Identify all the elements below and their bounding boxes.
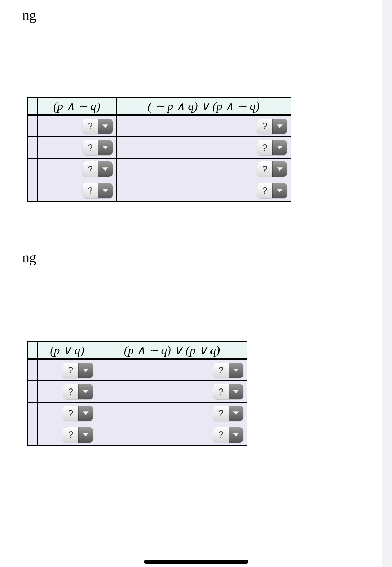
dropdown-value: ? bbox=[83, 140, 98, 155]
chevron-down-icon bbox=[272, 119, 287, 134]
table1-header-stub bbox=[28, 97, 37, 115]
cell: ? bbox=[116, 158, 291, 180]
table-row: ? ? bbox=[28, 115, 291, 137]
cell: ? bbox=[37, 402, 97, 424]
cell: ? bbox=[97, 381, 247, 402]
table2-header-col1: (p ∨ q) bbox=[37, 341, 97, 359]
dropdown-value: ? bbox=[257, 140, 272, 155]
chevron-down-icon bbox=[229, 427, 243, 443]
cell: ? bbox=[97, 402, 247, 424]
dropdown-value: ? bbox=[83, 161, 98, 177]
answer-dropdown[interactable]: ? bbox=[83, 161, 113, 177]
row-stub bbox=[28, 137, 37, 158]
row-stub bbox=[28, 402, 37, 424]
chevron-down-icon bbox=[272, 140, 287, 155]
cell: ? bbox=[37, 381, 97, 402]
chevron-down-icon bbox=[229, 363, 243, 378]
dropdown-value: ? bbox=[257, 183, 272, 198]
table2-header-stub bbox=[28, 341, 37, 359]
table1-header-col2: ( ∼ p ∧ q) ∨ (p ∧ ∼ q) bbox=[116, 97, 291, 115]
table-row: ? ? bbox=[28, 359, 247, 381]
formula: ( ∼ p ∧ q) ∨ (p ∧ ∼ q) bbox=[148, 100, 260, 113]
dropdown-value: ? bbox=[213, 363, 229, 378]
row-stub bbox=[28, 381, 37, 402]
dropdown-value: ? bbox=[213, 427, 229, 443]
table-row: ? ? bbox=[28, 158, 291, 180]
row-stub bbox=[28, 424, 37, 446]
cell: ? bbox=[37, 180, 116, 202]
table-row: ? ? bbox=[28, 402, 247, 424]
formula: (p ∧ ∼ q) ∨ (p ∨ q) bbox=[124, 344, 220, 357]
right-margin bbox=[382, 0, 392, 567]
table-row: ? ? bbox=[28, 424, 247, 446]
text-fragment-2: ng bbox=[22, 249, 36, 266]
row-stub bbox=[28, 115, 37, 137]
cell: ? bbox=[37, 424, 97, 446]
answer-dropdown[interactable]: ? bbox=[213, 427, 243, 443]
cell: ? bbox=[116, 115, 291, 137]
dropdown-value: ? bbox=[63, 363, 78, 378]
cell: ? bbox=[37, 137, 116, 158]
answer-dropdown[interactable]: ? bbox=[257, 183, 287, 198]
dropdown-value: ? bbox=[63, 406, 78, 421]
dropdown-value: ? bbox=[63, 427, 78, 443]
answer-dropdown[interactable]: ? bbox=[63, 363, 93, 378]
table-row: ? ? bbox=[28, 137, 291, 158]
answer-dropdown[interactable]: ? bbox=[83, 140, 113, 155]
chevron-down-icon bbox=[272, 183, 287, 198]
cell: ? bbox=[97, 359, 247, 381]
cell: ? bbox=[37, 158, 116, 180]
cell: ? bbox=[116, 137, 291, 158]
chevron-down-icon bbox=[78, 406, 93, 421]
chevron-down-icon bbox=[78, 384, 93, 399]
answer-dropdown[interactable]: ? bbox=[257, 140, 287, 155]
row-stub bbox=[28, 158, 37, 180]
formula: (p ∨ q) bbox=[50, 344, 84, 357]
chevron-down-icon bbox=[98, 140, 113, 155]
text-fragment-1: ng bbox=[22, 7, 36, 23]
dropdown-value: ? bbox=[257, 161, 272, 177]
answer-dropdown[interactable]: ? bbox=[63, 427, 93, 443]
chevron-down-icon bbox=[78, 427, 93, 443]
cell: ? bbox=[37, 115, 116, 137]
cell: ? bbox=[37, 359, 97, 381]
chevron-down-icon bbox=[98, 161, 113, 177]
dropdown-value: ? bbox=[213, 384, 229, 399]
dropdown-value: ? bbox=[83, 183, 98, 198]
table2-header-col2: (p ∧ ∼ q) ∨ (p ∨ q) bbox=[97, 341, 247, 359]
chevron-down-icon bbox=[98, 119, 113, 134]
answer-dropdown[interactable]: ? bbox=[83, 119, 113, 134]
answer-dropdown[interactable]: ? bbox=[83, 183, 113, 198]
dropdown-value: ? bbox=[213, 406, 229, 421]
answer-dropdown[interactable]: ? bbox=[63, 406, 93, 421]
answer-dropdown[interactable]: ? bbox=[213, 406, 243, 421]
answer-dropdown[interactable]: ? bbox=[63, 384, 93, 399]
dropdown-value: ? bbox=[257, 119, 272, 134]
formula: (p ∧ ∼ q) bbox=[53, 100, 100, 113]
dropdown-value: ? bbox=[63, 384, 78, 399]
chevron-down-icon bbox=[229, 384, 243, 399]
answer-dropdown[interactable]: ? bbox=[257, 119, 287, 134]
chevron-down-icon bbox=[98, 183, 113, 198]
table-row: ? ? bbox=[28, 180, 291, 202]
truth-table-2: (p ∨ q) (p ∧ ∼ q) ∨ (p ∨ q) ? ? bbox=[27, 341, 247, 446]
truth-table-1: (p ∧ ∼ q) ( ∼ p ∧ q) ∨ (p ∧ ∼ q) ? bbox=[27, 97, 291, 202]
chevron-down-icon bbox=[229, 406, 243, 421]
home-indicator[interactable] bbox=[144, 560, 248, 564]
cell: ? bbox=[116, 180, 291, 202]
chevron-down-icon bbox=[272, 161, 287, 177]
row-stub bbox=[28, 180, 37, 202]
answer-dropdown[interactable]: ? bbox=[257, 161, 287, 177]
row-stub bbox=[28, 359, 37, 381]
dropdown-value: ? bbox=[83, 119, 98, 134]
cell: ? bbox=[97, 424, 247, 446]
answer-dropdown[interactable]: ? bbox=[213, 363, 243, 378]
answer-dropdown[interactable]: ? bbox=[213, 384, 243, 399]
table1-header-col1: (p ∧ ∼ q) bbox=[37, 97, 116, 115]
chevron-down-icon bbox=[78, 363, 93, 378]
table-row: ? ? bbox=[28, 381, 247, 402]
